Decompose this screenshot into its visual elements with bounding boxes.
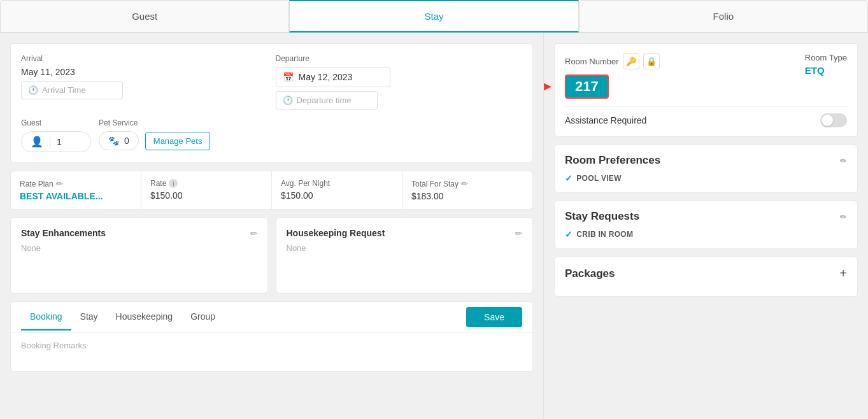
rate-info-icon: i [169,179,178,188]
total-for-stay-col: Total For Stay ✏ $183.00 [402,171,533,210]
room-number-box-container: ➤ 217 [565,75,609,99]
packages-header: Packages + [565,266,847,281]
guest-section: Guest 👤 1 [21,118,91,152]
room-number-header: Room Number 🔑 🔒 ➤ 217 Room Type ETQ [565,53,847,99]
divider [50,136,50,148]
stay-enhancements-card: Stay Enhancements ✏ None [10,217,268,294]
tab-group[interactable]: Group [181,304,224,330]
pet-row: 🐾 0 Manage Pets [99,131,210,150]
stay-requests-edit-icon[interactable]: ✏ [840,212,847,222]
rate-plan-edit-icon[interactable]: ✏ [56,179,63,188]
pool-view-check-icon: ✓ [565,173,573,183]
room-type-label: Room Type [805,53,847,62]
room-number-card: Room Number 🔑 🔒 ➤ 217 Room Type ETQ [554,43,858,137]
pet-service-label: Pet Service [99,118,210,127]
add-package-icon[interactable]: + [839,266,847,281]
housekeeping-title: Housekeeping Request [287,228,385,238]
packages-card: Packages + [554,257,858,297]
left-panel: Arrival May 11, 2023 🕐 Arrival Time Depa… [0,33,543,419]
arrival-departure-row: Arrival May 11, 2023 🕐 Arrival Time Depa… [21,54,522,110]
crib-check-icon: ✓ [565,229,573,239]
arrival-date: May 11, 2023 [21,67,268,77]
pet-section: Pet Service 🐾 0 Manage Pets [99,118,210,152]
assistance-toggle[interactable] [820,113,847,127]
room-lock-icon-button[interactable]: 🔒 [643,53,660,69]
red-arrow-icon: ➤ [543,79,551,94]
enhancements-edit-icon[interactable]: ✏ [250,229,257,238]
rate-plan-label: Rate Plan ✏ [20,179,132,188]
avg-per-night-label: Avg. Per Night [281,179,393,188]
enhancements-header: Stay Enhancements ✏ [21,228,257,238]
tab-stay[interactable]: Stay [289,0,578,32]
avg-per-night-col: Avg. Per Night $150.00 [272,171,402,210]
remarks-area[interactable]: Booking Remarks [11,333,532,371]
main-tabs: Guest Stay Folio [0,0,868,33]
departure-time-input[interactable]: 🕐 Departure time [276,91,378,110]
save-btn-wrap: Save [466,302,522,332]
content-area: Arrival May 11, 2023 🕐 Arrival Time Depa… [0,33,868,419]
packages-title: Packages [565,267,615,280]
rate-row: Rate Plan ✏ BEST AVAILABLE... Rate i $15… [10,171,533,210]
tab-guest[interactable]: Guest [0,0,289,32]
crib-in-room-item: ✓ CRIB IN ROOM [565,229,847,239]
housekeeping-edit-icon[interactable]: ✏ [515,229,522,238]
arrival-time-input[interactable]: 🕐 Arrival Time [21,81,123,99]
clock-icon: 🕐 [28,85,38,95]
enhancements-title: Stay Enhancements [21,228,106,238]
guest-label: Guest [21,118,91,127]
clock-icon-dep: 🕐 [283,96,293,105]
pet-count: 0 [124,136,129,146]
room-preferences-edit-icon[interactable]: ✏ [840,156,847,166]
tab-booking[interactable]: Booking [21,304,71,330]
arrival-section: Arrival May 11, 2023 🕐 Arrival Time [21,54,268,110]
rate-plan-col: Rate Plan ✏ BEST AVAILABLE... [10,171,141,210]
total-edit-icon[interactable]: ✏ [461,179,468,188]
room-key-icon-button[interactable]: 🔑 [623,53,639,69]
room-number-label-row: Room Number 🔑 🔒 [565,53,660,69]
pool-view-label: POOL VIEW [576,174,622,183]
tab-stay-sub[interactable]: Stay [71,304,107,330]
tab-housekeeping-sub[interactable]: Housekeeping [107,304,182,330]
assistance-row: Assistance Required [565,106,847,127]
stay-requests-title: Stay Requests [565,210,639,223]
guest-count: 1 [57,137,62,147]
guest-counter: 👤 1 [21,131,91,152]
rate-plan-value: BEST AVAILABLE... [20,191,132,201]
arrival-label: Arrival [21,54,268,63]
pool-view-item: ✓ POOL VIEW [565,173,847,183]
save-button[interactable]: Save [466,307,522,327]
tab-folio[interactable]: Folio [579,0,868,32]
rate-col: Rate i $150.00 [141,171,272,210]
arrival-departure-card: Arrival May 11, 2023 🕐 Arrival Time Depa… [10,43,533,163]
right-panel: Room Number 🔑 🔒 ➤ 217 Room Type ETQ [543,33,868,419]
room-type-value: ETQ [805,65,847,76]
enhancements-housekeeping-row: Stay Enhancements ✏ None Housekeeping Re… [10,217,533,294]
departure-section: Departure 📅 May 12, 2023 🕐 Departure tim… [276,54,523,110]
room-number-left: Room Number 🔑 🔒 ➤ 217 [565,53,660,99]
arrival-time-placeholder: Arrival Time [42,85,86,95]
room-preferences-title: Room Preferences [565,154,660,167]
room-type-section: Room Type ETQ [805,53,847,76]
guest-pet-row: Guest 👤 1 Pet Service 🐾 0 [21,118,522,152]
total-for-stay-value: $183.00 [411,191,523,201]
rate-value: $150.00 [150,190,262,201]
remarks-placeholder: Booking Remarks [21,341,87,350]
person-icon: 👤 [31,136,43,148]
rate-label: Rate i [150,179,262,188]
housekeeping-card: Housekeeping Request ✏ None [276,217,534,294]
departure-time-placeholder: Departure time [297,96,352,105]
pet-counter: 🐾 0 [99,131,139,150]
departure-date: May 12, 2023 [299,72,353,82]
total-for-stay-label: Total For Stay ✏ [411,179,523,188]
room-preferences-card: Room Preferences ✏ ✓ POOL VIEW [554,145,858,193]
room-preferences-header: Room Preferences ✏ [565,154,847,167]
enhancements-value: None [21,243,257,253]
crib-label: CRIB IN ROOM [576,230,633,239]
housekeeping-header: Housekeeping Request ✏ [287,228,523,238]
departure-date-input[interactable]: 📅 May 12, 2023 [276,67,390,87]
assistance-label: Assistance Required [565,115,646,125]
manage-pets-button[interactable]: Manage Pets [145,132,211,150]
departure-label: Departure [276,54,523,63]
room-number-value[interactable]: 217 [565,75,609,99]
bottom-tabs-card: Booking Stay Housekeeping Group Save [10,301,533,372]
